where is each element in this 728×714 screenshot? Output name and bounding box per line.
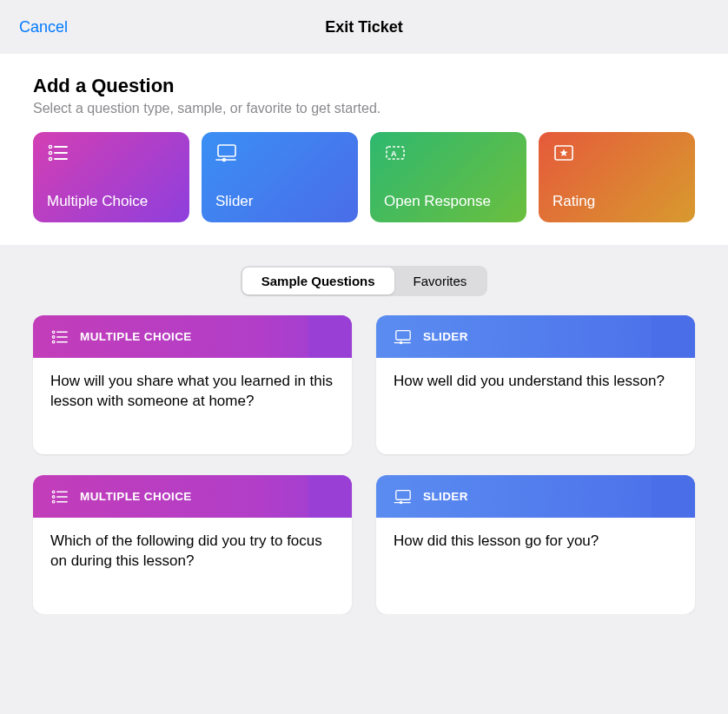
- type-label-slider: Slider: [215, 193, 344, 210]
- add-question-subtext: Select a question type, sample, or favor…: [33, 101, 695, 116]
- type-card-rating[interactable]: Rating: [539, 132, 695, 222]
- type-label-multiple-choice: Multiple Choice: [47, 193, 175, 210]
- sample-card[interactable]: MULTIPLE CHOICE Which of the following d…: [33, 475, 352, 614]
- sample-type-label: SLIDER: [423, 490, 468, 503]
- sample-card[interactable]: MULTIPLE CHOICE How will you share what …: [33, 315, 352, 454]
- sample-question-text: How well did you understand this lesson?: [394, 372, 678, 392]
- textbox-icon: [384, 143, 407, 162]
- slider-icon: [394, 329, 413, 345]
- sample-card-header: MULTIPLE CHOICE: [33, 475, 352, 518]
- sample-card-header: SLIDER: [376, 475, 695, 518]
- modal-title: Exit Ticket: [325, 18, 403, 36]
- sample-card[interactable]: SLIDER How well did you understand this …: [376, 315, 695, 454]
- segment-favorites[interactable]: Favorites: [394, 268, 486, 294]
- cancel-button[interactable]: Cancel: [19, 18, 68, 36]
- sample-card-body: How well did you understand this lesson?: [376, 358, 695, 454]
- add-question-heading: Add a Question: [33, 75, 695, 97]
- sample-questions-grid: MULTIPLE CHOICE How will you share what …: [0, 315, 728, 614]
- sample-type-label: SLIDER: [423, 330, 468, 343]
- sample-question-text: How will you share what you learned in t…: [50, 372, 334, 412]
- add-question-section: Add a Question Select a question type, s…: [0, 54, 728, 245]
- list-icon: [47, 143, 69, 162]
- list-icon: [50, 329, 69, 345]
- list-icon: [50, 489, 69, 505]
- sample-card[interactable]: SLIDER How did this lesson go for you?: [376, 475, 695, 614]
- segmented-control-wrap: Sample Questions Favorites: [0, 266, 728, 296]
- type-label-rating: Rating: [553, 193, 681, 210]
- slider-icon: [394, 489, 413, 505]
- sample-card-body: Which of the following did you try to fo…: [33, 518, 352, 614]
- question-type-row: Multiple Choice Slider Open Response Rat…: [33, 132, 695, 222]
- sample-card-header: SLIDER: [376, 315, 695, 358]
- type-card-open-response[interactable]: Open Response: [370, 132, 526, 222]
- type-card-multiple-choice[interactable]: Multiple Choice: [33, 132, 189, 222]
- sample-card-header: MULTIPLE CHOICE: [33, 315, 352, 358]
- sample-question-text: Which of the following did you try to fo…: [50, 532, 334, 572]
- star-icon: [553, 143, 575, 162]
- sample-question-text: How did this lesson go for you?: [394, 532, 678, 552]
- sample-type-label: MULTIPLE CHOICE: [80, 490, 192, 503]
- type-card-slider[interactable]: Slider: [202, 132, 358, 222]
- segment-sample-questions[interactable]: Sample Questions: [242, 268, 394, 294]
- sample-card-body: How will you share what you learned in t…: [33, 358, 352, 454]
- type-label-open-response: Open Response: [384, 193, 513, 210]
- sample-card-body: How did this lesson go for you?: [376, 518, 695, 614]
- modal-header: Cancel Exit Ticket: [0, 0, 728, 54]
- segmented-control: Sample Questions Favorites: [241, 266, 488, 296]
- slider-icon: [215, 143, 238, 162]
- sample-type-label: MULTIPLE CHOICE: [80, 330, 192, 343]
